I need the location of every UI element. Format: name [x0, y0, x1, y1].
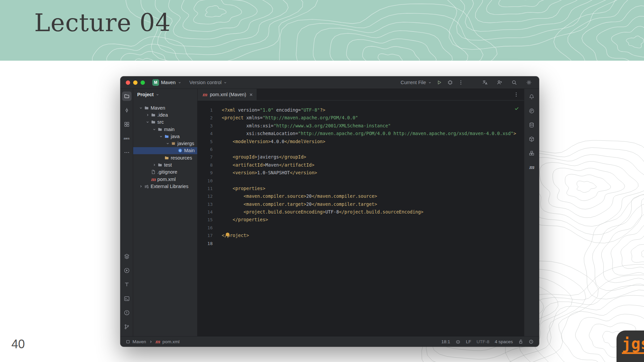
ai-assistant-icon[interactable]: [527, 106, 536, 116]
code-line-11[interactable]: 11 <properties>: [198, 185, 524, 192]
minimize-window-button[interactable]: [133, 80, 138, 85]
project-panel-header[interactable]: Project: [133, 89, 197, 100]
chevron-down-icon[interactable]: [151, 127, 157, 131]
tree-item-label: Maven: [151, 105, 165, 111]
tab-options-button[interactable]: [513, 92, 519, 98]
line-number: 13: [198, 200, 213, 208]
settings-icon[interactable]: [524, 78, 534, 87]
code-line-7[interactable]: 7 <groupId>javiergs</groupId>: [198, 153, 524, 161]
tree-item-pom-xml[interactable]: mpom.xml: [133, 176, 197, 183]
folder-icon: [150, 120, 156, 124]
inspections-ok-icon[interactable]: [514, 106, 519, 111]
tree-item-resources[interactable]: resources: [133, 154, 197, 161]
more-icon[interactable]: [122, 148, 131, 157]
tree-item-maven[interactable]: Maven: [133, 104, 197, 111]
code-line-15[interactable]: 15 </properties>: [198, 216, 524, 224]
status-widgets: 18:1 LF UTF-8 4 spaces: [441, 339, 534, 344]
caret-position-widget[interactable]: 18:1: [441, 339, 450, 344]
encoding-widget[interactable]: UTF-8: [477, 339, 489, 344]
commit-icon[interactable]: [122, 106, 131, 115]
tree-item-idea[interactable]: .idea: [133, 111, 197, 118]
text-tool-icon[interactable]: [122, 280, 131, 289]
project-icon[interactable]: [122, 92, 131, 101]
chevron-down-icon[interactable]: [158, 134, 164, 138]
code-line-14[interactable]: 14 <project.build.sourceEncoding>UTF-8</…: [198, 208, 524, 216]
folder-icon: [144, 106, 150, 110]
code-line-16[interactable]: 16: [198, 224, 524, 232]
code-line-10[interactable]: 10: [198, 177, 524, 185]
line-ending-widget[interactable]: LF: [466, 339, 471, 344]
more-actions-button[interactable]: [458, 79, 464, 85]
git-branch-icon[interactable]: [122, 322, 131, 331]
profiler-button[interactable]: [447, 79, 453, 85]
database-icon[interactable]: [527, 120, 536, 130]
code-line-2[interactable]: 2<project xmlns="http://maven.apache.org…: [198, 114, 524, 122]
maven-icon: m: [150, 177, 156, 182]
code-line-9[interactable]: 9 <version>1.0-SNAPSHOT</version>: [198, 169, 524, 177]
tree-item-test[interactable]: test: [133, 161, 197, 168]
aws-icon[interactable]: aws: [122, 134, 131, 143]
code-line-17[interactable]: 17</project>: [198, 232, 524, 239]
build-icon[interactable]: [527, 134, 536, 144]
project-selector[interactable]: M Maven: [152, 79, 181, 86]
code-editor[interactable]: 1<?xml version="1.0" encoding="UTF-8"?>2…: [198, 101, 524, 336]
line-number: 6: [198, 145, 213, 153]
maven-tool-icon[interactable]: m: [527, 163, 536, 172]
run-button[interactable]: [436, 79, 442, 85]
lock-icon[interactable]: [518, 339, 523, 344]
tree-item-external-libraries[interactable]: External Libraries: [133, 183, 197, 190]
tree-item-gitignore[interactable]: .gitignore: [133, 169, 197, 176]
tree-item-javiergs[interactable]: javiergs: [133, 140, 197, 147]
indent-widget[interactable]: 4 spaces: [495, 339, 513, 344]
code-line-8[interactable]: 8 <artifactId>Maven</artifactId>: [198, 161, 524, 169]
code-text: xmlns:xsi="http://www.w3.org/2001/XMLSch…: [213, 122, 391, 130]
line-number: 5: [198, 138, 213, 145]
robot-icon[interactable]: [455, 339, 461, 344]
chevron-right-icon[interactable]: [151, 163, 157, 167]
editor-tab-bar: m pom.xml (Maven): [198, 89, 524, 101]
editor-tab-pom-xml[interactable]: m pom.xml (Maven): [198, 89, 257, 100]
code-line-1[interactable]: 1<?xml version="1.0" encoding="UTF-8"?>: [198, 106, 524, 114]
tree-item-src[interactable]: src: [133, 119, 197, 126]
tree-item-main[interactable]: CMain: [133, 147, 197, 154]
code-line-5[interactable]: 5 <modelVersion>4.0.0</modelVersion>: [198, 138, 524, 145]
tree-item-label: .idea: [157, 112, 168, 118]
code-line-13[interactable]: 13 <maven.compiler.target>20</maven.comp…: [198, 200, 524, 208]
run-configuration-selector[interactable]: Current File: [400, 80, 432, 85]
code-line-6[interactable]: 6: [198, 145, 524, 153]
chevron-down-icon[interactable]: [165, 141, 170, 145]
terminal-icon[interactable]: [122, 294, 131, 303]
tab-close-button[interactable]: [249, 93, 253, 97]
notifications-icon[interactable]: [527, 92, 536, 102]
line-number: 10: [198, 177, 213, 185]
structure-icon[interactable]: [122, 120, 131, 129]
services-icon[interactable]: [122, 252, 131, 261]
code-line-4[interactable]: 4 xsi:schemaLocation="http://maven.apach…: [198, 130, 524, 137]
dependencies-icon[interactable]: [527, 148, 536, 158]
lib-icon: [144, 184, 150, 189]
run-icon[interactable]: [122, 266, 131, 275]
inspections-widget-icon[interactable]: [529, 339, 534, 344]
zoom-window-button[interactable]: [141, 80, 145, 85]
tree-item-java[interactable]: java: [133, 133, 197, 140]
breadcrumb-file[interactable]: pom.xml: [162, 339, 179, 344]
chevron-right-icon[interactable]: [145, 113, 150, 117]
tree-item-label: .gitignore: [157, 169, 177, 175]
problems-icon[interactable]: [122, 308, 131, 317]
chevron-right-icon[interactable]: [138, 184, 144, 188]
code-line-18[interactable]: 18: [198, 240, 524, 247]
search-everywhere-icon[interactable]: [509, 78, 519, 87]
chevron-down-icon[interactable]: [145, 120, 150, 124]
code-text: [213, 224, 222, 232]
breadcrumb-module[interactable]: Maven: [132, 339, 146, 344]
code-line-12[interactable]: 12 <maven.compiler.source>20</maven.comp…: [198, 192, 524, 200]
tree-item-main[interactable]: main: [133, 126, 197, 133]
chevron-down-icon[interactable]: [138, 106, 144, 110]
add-user-icon[interactable]: [495, 78, 504, 87]
code-text: [213, 177, 222, 185]
close-window-button[interactable]: [126, 80, 130, 85]
titlebar-icon-group: [480, 78, 534, 87]
code-line-3[interactable]: 3 xmlns:xsi="http://www.w3.org/2001/XMLS…: [198, 122, 524, 130]
translate-icon[interactable]: [480, 78, 489, 87]
vcs-widget[interactable]: Version control: [190, 80, 227, 85]
